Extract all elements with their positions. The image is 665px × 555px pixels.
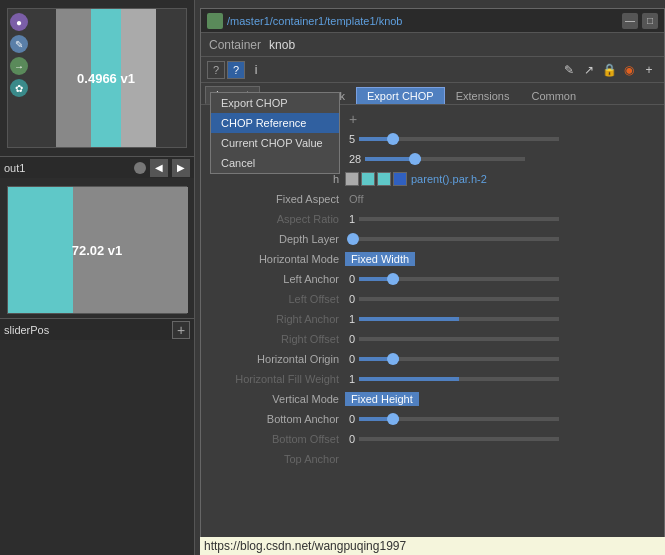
lock-icon[interactable]: 🔒 — [600, 61, 618, 79]
prop-horizontal-mode-label: Horizontal Mode — [205, 253, 345, 265]
tab-extensions[interactable]: Extensions — [445, 87, 521, 104]
maximize-btn[interactable]: □ — [642, 13, 658, 29]
arrow-icon[interactable]: ↗ — [580, 61, 598, 79]
prop-bottom-offset-slider[interactable] — [359, 437, 559, 441]
node-label-top: out1 ◀ ▶ — [0, 156, 194, 178]
dropdown-item-cancel[interactable]: Cancel — [211, 153, 339, 173]
node-bottom-label: sliderPos — [4, 324, 172, 336]
prop-right-anchor-label: Right Anchor — [205, 313, 345, 325]
prop-left-anchor-slider[interactable] — [359, 277, 559, 281]
info-icon[interactable]: i — [247, 61, 265, 79]
prop-horizontal-origin-label: Horizontal Origin — [205, 353, 345, 365]
prop-height-slider[interactable] — [365, 157, 525, 161]
prop-vertical-mode: Vertical Mode Fixed Height — [201, 389, 664, 409]
node-label-bottom: sliderPos + — [0, 318, 194, 340]
prop-right-offset-slider[interactable] — [359, 337, 559, 341]
prop-width-slider[interactable] — [359, 137, 559, 141]
prop-bottom-anchor-value: 0 — [345, 413, 359, 425]
prop-aspect-ratio-slider[interactable] — [359, 217, 559, 221]
arrow-right-btn[interactable]: ▶ — [172, 159, 190, 177]
prop-bottom-offset-value: 0 — [345, 433, 359, 445]
prop-bottom-anchor-slider[interactable] — [359, 417, 559, 421]
arrow-left-btn[interactable]: ◀ — [150, 159, 168, 177]
icon-green[interactable]: → — [10, 57, 28, 75]
node-visual-top: 0.4966 v1 — [32, 9, 180, 147]
prop-right-offset: Right Offset 0 — [201, 329, 664, 349]
knob-label: knob — [269, 38, 295, 52]
icon-blue[interactable]: ✎ — [10, 35, 28, 53]
prop-bottom-offset: Bottom Offset 0 — [201, 429, 664, 449]
add-property-btn[interactable]: + — [345, 111, 361, 127]
prop-left-anchor-label: Left Anchor — [205, 273, 345, 285]
color-box-2[interactable] — [361, 172, 375, 186]
prop-aspect-ratio-value: 1 — [345, 213, 359, 225]
url-bar: https://blog.csdn.net/wangpuqing1997 — [200, 537, 665, 555]
prop-top-anchor-label: Top Anchor — [205, 453, 345, 465]
edit-icon[interactable]: ✎ — [560, 61, 578, 79]
prop-left-offset: Left Offset 0 — [201, 289, 664, 309]
left-panel: ● ✎ → ✿ 0.4966 v1 out1 ◀ ▶ 72.02 v1 — [0, 0, 195, 555]
prop-right-anchor-slider[interactable] — [359, 317, 559, 321]
prop-horizontal-fill-weight-fill — [359, 377, 459, 381]
bottom-node-content: 72.02 v1 — [8, 187, 186, 313]
prop-horizontal-fill-weight-label: Horizontal Fill Weight — [205, 373, 345, 385]
minimize-btn[interactable]: — — [622, 13, 638, 29]
prop-horizontal-origin-slider[interactable] — [359, 357, 559, 361]
prop-horizontal-fill-weight-value: 1 — [345, 373, 359, 385]
icon-purple[interactable]: ● — [10, 13, 28, 31]
prop-h-label: h — [205, 173, 345, 185]
node-bottom-value: 72.02 v1 — [72, 243, 123, 258]
help-btn-1[interactable]: ? — [207, 61, 225, 79]
prop-left-anchor-value: 0 — [345, 273, 359, 285]
container-label: Container — [209, 38, 261, 52]
plus-icon[interactable]: + — [640, 61, 658, 79]
container-header: Container knob — [201, 33, 664, 57]
prop-horizontal-mode: Horizontal Mode Fixed Width — [201, 249, 664, 269]
prop-depth-layer: Depth Layer 0 — [201, 229, 664, 249]
node-top-value: 0.4966 v1 — [77, 71, 135, 86]
node-box-bottom: 72.02 v1 — [7, 186, 187, 314]
color-box-1[interactable] — [345, 172, 359, 186]
prop-height-handle[interactable] — [409, 153, 421, 165]
node-box-top: ● ✎ → ✿ 0.4966 v1 — [7, 8, 187, 148]
title-bar: /master1/container1/template1/knob — □ — [201, 9, 664, 33]
dropdown-item-chop-reference[interactable]: CHOP Reference — [211, 113, 339, 133]
main-window: /master1/container1/template1/knob — □ C… — [200, 8, 665, 553]
help-btn-2[interactable]: ? — [227, 61, 245, 79]
prop-fixed-aspect: Fixed Aspect Off — [201, 189, 664, 209]
tab-export-chop[interactable]: Export CHOP — [356, 87, 445, 104]
icon-teal[interactable]: ✿ — [10, 79, 28, 97]
prop-horizontal-mode-value[interactable]: Fixed Width — [345, 252, 415, 266]
title-icon — [207, 13, 223, 29]
prop-right-anchor-value: 1 — [345, 313, 359, 325]
prop-width-value: 5 — [345, 133, 359, 145]
dropdown-item-current-chop-value[interactable]: Current CHOP Value — [211, 133, 339, 153]
prop-aspect-ratio-label: Aspect Ratio — [205, 213, 345, 225]
add-bottom-btn[interactable]: + — [172, 321, 190, 339]
prop-horizontal-origin-handle[interactable] — [387, 353, 399, 365]
prop-fixed-aspect-label: Fixed Aspect — [205, 193, 345, 205]
tab-common[interactable]: Common — [520, 87, 587, 104]
prop-horizontal-fill-weight: Horizontal Fill Weight 1 — [201, 369, 664, 389]
prop-width-handle[interactable] — [387, 133, 399, 145]
color-boxes — [345, 172, 407, 186]
prop-fixed-aspect-value: Off — [345, 193, 367, 205]
prop-horizontal-fill-weight-slider[interactable] — [359, 377, 559, 381]
color-box-3[interactable] — [377, 172, 391, 186]
prop-left-offset-slider[interactable] — [359, 297, 559, 301]
prop-left-anchor: Left Anchor 0 — [201, 269, 664, 289]
prop-right-offset-value: 0 — [345, 333, 359, 345]
title-path: /master1/container1/template1/knob — [227, 15, 618, 27]
h-formula-value: parent().par.h-2 — [407, 173, 491, 185]
color-box-4[interactable] — [393, 172, 407, 186]
prop-aspect-ratio: Aspect Ratio 1 — [201, 209, 664, 229]
dropdown-item-export-chop[interactable]: Export CHOP — [211, 93, 339, 113]
prop-bottom-offset-label: Bottom Offset — [205, 433, 345, 445]
prop-left-anchor-handle[interactable] — [387, 273, 399, 285]
prop-depth-layer-slider[interactable] — [359, 237, 559, 241]
prop-bottom-anchor-handle[interactable] — [387, 413, 399, 425]
prop-vertical-mode-value[interactable]: Fixed Height — [345, 392, 419, 406]
prop-vertical-mode-label: Vertical Mode — [205, 393, 345, 405]
prop-height-value: 28 — [345, 153, 365, 165]
color-icon[interactable]: ◉ — [620, 61, 638, 79]
